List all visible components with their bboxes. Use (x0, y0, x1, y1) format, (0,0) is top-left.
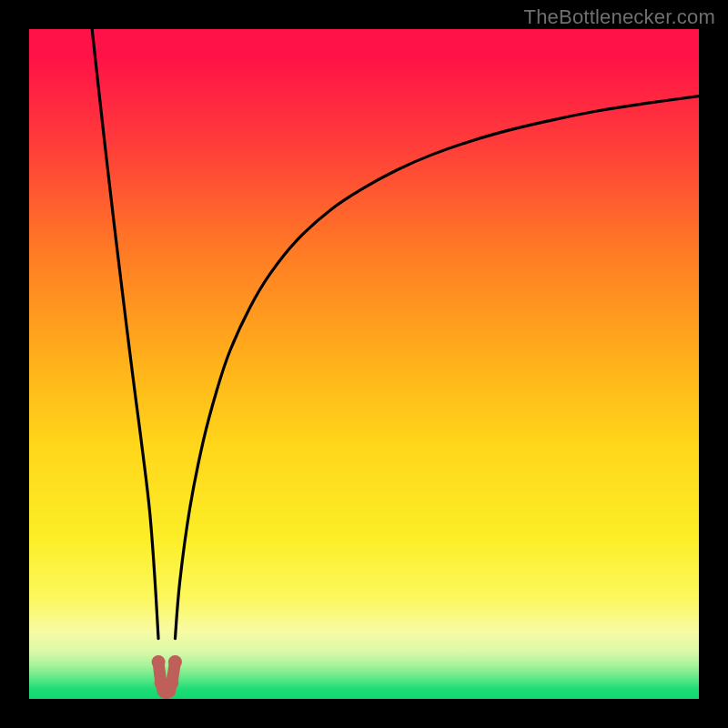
watermark-text: TheBottlenecker.com (524, 5, 715, 29)
curve-layer (29, 29, 699, 699)
chart-frame: TheBottlenecker.com (0, 0, 728, 728)
notch-dot (168, 655, 182, 669)
plot-area (29, 29, 699, 699)
curve-left-branch (92, 29, 158, 639)
curve-right-branch (175, 96, 699, 639)
notch-dot (152, 655, 166, 669)
notch-dot (165, 676, 178, 690)
